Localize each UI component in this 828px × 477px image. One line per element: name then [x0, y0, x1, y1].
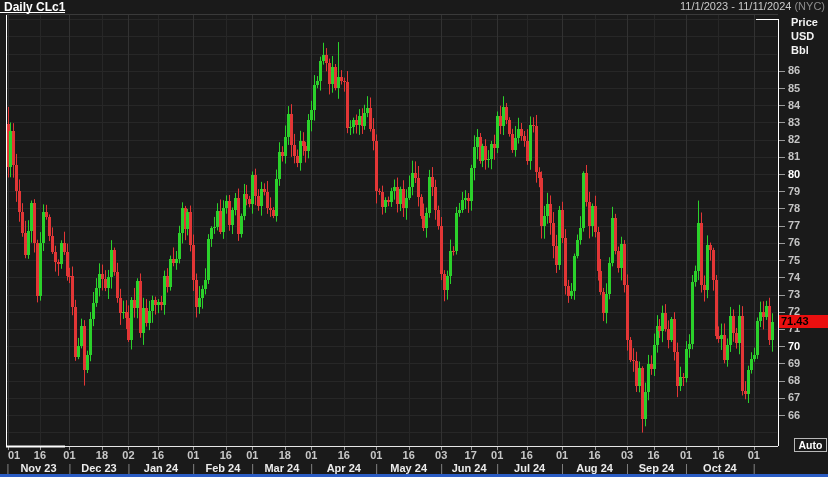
price-tick-label: 68 — [788, 375, 826, 386]
auto-scale-button[interactable]: Auto — [794, 438, 827, 452]
date-tick-label: 16 — [146, 449, 170, 461]
price-tick-label: 75 — [788, 255, 826, 266]
month-label: Aug 24 — [565, 462, 625, 474]
month-label: Apr 24 — [314, 462, 374, 474]
date-tick-label: 01 — [2, 449, 26, 461]
date-tick-label: 03 — [615, 449, 639, 461]
date-tick-label: 16 — [706, 449, 730, 461]
month-separator: | — [561, 462, 564, 474]
date-tick-label: 03 — [429, 449, 453, 461]
month-label: Nov 23 — [8, 462, 68, 474]
date-tick-label: 02 — [116, 449, 140, 461]
month-separator: | — [753, 462, 756, 474]
date-tick-label: 01 — [299, 449, 323, 461]
month-label: Oct 24 — [690, 462, 750, 474]
title-underline — [0, 12, 65, 13]
date-tick-label: 16 — [515, 449, 539, 461]
month-label: Feb 24 — [193, 462, 253, 474]
date-tick-label: 16 — [214, 449, 238, 461]
date-tick-label: 01 — [57, 449, 81, 461]
candlestick-chart[interactable] — [0, 0, 828, 477]
price-tick-label: 76 — [788, 237, 826, 248]
month-separator: | — [685, 462, 688, 474]
month-separator: | — [440, 462, 443, 474]
price-tick-label: 67 — [788, 392, 826, 403]
month-separator: | — [496, 462, 499, 474]
date-tick-label: 01 — [181, 449, 205, 461]
price-tick-label: 73 — [788, 289, 826, 300]
month-separator: | — [375, 462, 378, 474]
price-tick-label: 79 — [788, 186, 826, 197]
month-label: Jul 24 — [500, 462, 560, 474]
date-tick-label: 01 — [485, 449, 509, 461]
date-tick-label: 18 — [90, 449, 114, 461]
date-tick-label: 01 — [364, 449, 388, 461]
date-tick-label: 17 — [459, 449, 483, 461]
date-range-text: 11/1/2023 - 11/11/2024 — [680, 0, 791, 12]
month-label: Dec 23 — [69, 462, 129, 474]
chart-window: { "header": { "title": "Daily CLc1", "da… — [0, 0, 828, 477]
month-label: Sep 24 — [627, 462, 687, 474]
date-tick-label: 16 — [332, 449, 356, 461]
price-tick-label: 85 — [788, 83, 826, 94]
month-separator: | — [7, 462, 10, 474]
month-label: Jun 24 — [439, 462, 499, 474]
price-tick-label: 69 — [788, 358, 826, 369]
month-separator: | — [251, 462, 254, 474]
date-tick-label: 16 — [583, 449, 607, 461]
month-separator: | — [192, 462, 195, 474]
date-tick-label: 01 — [674, 449, 698, 461]
price-tick-label: 74 — [788, 272, 826, 283]
month-separator: | — [127, 462, 130, 474]
price-tick-label: 78 — [788, 203, 826, 214]
month-separator: | — [626, 462, 629, 474]
price-axis-unit-price: Price — [791, 16, 818, 28]
date-tick-label: 01 — [742, 449, 766, 461]
price-tick-label: 82 — [788, 134, 826, 145]
price-tick-label: 86 — [788, 65, 826, 76]
month-separator: | — [310, 462, 313, 474]
price-tick-label: 77 — [788, 220, 826, 231]
timezone-label: (NYC) — [794, 0, 825, 12]
price-axis-unit-usd: USD — [791, 30, 814, 42]
date-range: 11/1/2023 - 11/11/2024 (NYC) — [680, 0, 825, 12]
date-tick-label: 16 — [642, 449, 666, 461]
price-axis-unit-bbl: Bbl — [791, 44, 809, 56]
price-tick-label: 80 — [788, 169, 826, 180]
date-tick-label: 16 — [397, 449, 421, 461]
month-separator: | — [68, 462, 71, 474]
date-tick-label: 16 — [28, 449, 52, 461]
month-label: May 24 — [379, 462, 439, 474]
price-tick-label: 66 — [788, 410, 826, 421]
price-tick-label: 70 — [788, 341, 826, 352]
price-tick-label: 84 — [788, 100, 826, 111]
last-price-badge: 71.43 — [779, 315, 828, 328]
price-tick-label: 83 — [788, 117, 826, 128]
month-label: Mar 24 — [252, 462, 312, 474]
month-label: Jan 24 — [131, 462, 191, 474]
date-tick-label: 01 — [240, 449, 264, 461]
date-tick-label: 18 — [273, 449, 297, 461]
price-tick-label: 81 — [788, 151, 826, 162]
date-tick-label: 01 — [550, 449, 574, 461]
